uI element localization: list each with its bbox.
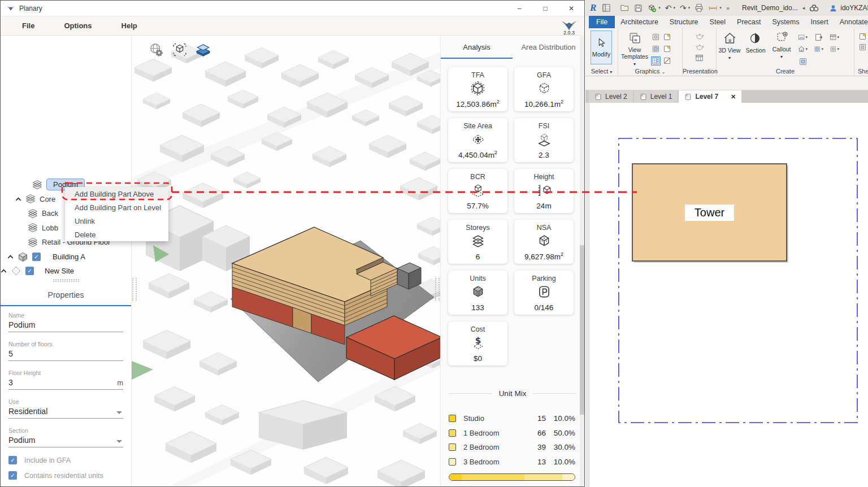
menu-item-add-building-part-on-level[interactable]: Add Building Part on Level xyxy=(65,201,168,214)
panel-scrollbar[interactable] xyxy=(580,36,584,486)
site-area-icon xyxy=(471,132,485,147)
user-account[interactable]: idoYKZAL xyxy=(829,4,868,12)
viewport-resize-handle[interactable] xyxy=(435,278,440,301)
measure-icon[interactable]: ▾ xyxy=(708,4,722,12)
visibility-checkbox[interactable] xyxy=(25,267,34,275)
tab-area-distribution[interactable]: Area Distribution xyxy=(513,36,584,59)
section-button[interactable]: Section xyxy=(743,28,769,67)
sheet-icon[interactable] xyxy=(814,33,823,42)
metric-value: 9,627.98m2 xyxy=(524,251,563,261)
tree-item-building-a[interactable]: Building A xyxy=(1,250,131,264)
close-tab-icon[interactable]: ✕ xyxy=(731,93,736,101)
menu-item-unlink[interactable]: Unlink xyxy=(65,214,168,228)
render-icon[interactable] xyxy=(695,32,704,41)
visibility-graphics-icon[interactable] xyxy=(651,56,661,66)
menu-item-delete[interactable]: Delete xyxy=(65,228,168,241)
search-icon[interactable] xyxy=(809,3,819,13)
view-tab-level-2[interactable]: Level 2 xyxy=(589,90,633,103)
legends-icon[interactable]: ▾ xyxy=(830,45,839,54)
tfa-cube-icon xyxy=(470,81,485,97)
plan-views-icon[interactable]: ▾ xyxy=(798,45,808,54)
tree-item-new-site[interactable]: New Site xyxy=(1,264,131,279)
menu-help[interactable]: Help xyxy=(118,19,141,32)
minimize-button[interactable]: – xyxy=(506,1,532,16)
render-cloud-icon[interactable] xyxy=(695,42,704,51)
close-button[interactable]: ✕ xyxy=(558,1,584,16)
callout-button[interactable]: Callout▾ xyxy=(769,28,795,67)
properties-qat-icon[interactable] xyxy=(602,3,611,12)
metrics-grid: TFA 12,503.86m2 GFA 10,266.1m2 Site Area… xyxy=(441,59,584,366)
menu-item-add-building-part-above[interactable]: Add Building Part Above xyxy=(65,187,168,201)
floors-input[interactable]: 5 xyxy=(8,349,123,361)
tab-architecture[interactable]: Architecture xyxy=(615,16,664,28)
visibility-checkbox[interactable] xyxy=(32,253,41,261)
cut-profile-icon[interactable] xyxy=(662,56,672,66)
section-dropdown[interactable]: Podium xyxy=(8,436,123,447)
qat-expand-icon[interactable]: » xyxy=(726,5,730,11)
unit-count: 15 xyxy=(530,414,546,423)
view-tab-level-1[interactable]: Level 1 xyxy=(634,90,678,103)
revit-titlebar: R ▾ ↶▾ ↷▾ ▾ » Revit_Demo_ido... ◂ idoYKZ… xyxy=(585,0,868,16)
tab-structure[interactable]: Structure xyxy=(664,16,704,28)
graphics-group-label[interactable]: Graphics ⌄ xyxy=(618,68,682,75)
tab-steel[interactable]: Steel xyxy=(704,16,732,28)
house-icon xyxy=(723,32,737,45)
panel-resize-handle[interactable] xyxy=(1,279,131,283)
fsi-icon xyxy=(537,132,552,147)
print-icon[interactable] xyxy=(695,3,704,12)
revision-icon[interactable] xyxy=(858,42,867,51)
isolate-icon[interactable] xyxy=(662,44,672,53)
temporary-hide-icon[interactable] xyxy=(651,44,661,53)
thin-lines-icon[interactable] xyxy=(651,32,661,41)
view-tab-level-7[interactable]: Level 7 ✕ xyxy=(679,90,741,103)
maximize-button[interactable]: □ xyxy=(532,1,558,16)
tab-analysis[interactable]: Analysis xyxy=(441,36,513,59)
presentation-group-label[interactable]: Presentation xyxy=(683,68,716,75)
tab-precast[interactable]: Precast xyxy=(731,16,766,28)
contains-residential-checkbox[interactable]: Contains residential units xyxy=(8,471,131,480)
menu-options[interactable]: Options xyxy=(60,19,95,32)
scope-box-icon[interactable] xyxy=(798,57,808,66)
schedules-icon[interactable]: ▾ xyxy=(830,33,839,42)
map-settings-icon[interactable] xyxy=(149,42,164,58)
metric-label: BCR xyxy=(470,173,485,181)
layers-view-icon[interactable] xyxy=(196,42,211,58)
title-block-icon[interactable] xyxy=(858,32,867,41)
create-group-label[interactable]: Create xyxy=(717,68,854,75)
duplicate-view-icon[interactable]: ▾ xyxy=(814,45,823,54)
show-hidden-icon[interactable] xyxy=(662,32,672,41)
include-in-gfa-checkbox[interactable]: Include in GFA xyxy=(8,456,131,464)
undo-icon[interactable]: ↶▾ xyxy=(665,3,675,12)
view-templates-button[interactable]: View Templates▾ xyxy=(618,28,651,67)
viewport-resize-handle[interactable] xyxy=(132,278,137,301)
collapse-icon[interactable]: ◂ xyxy=(802,5,805,11)
sync-icon[interactable]: ▾ xyxy=(647,3,661,13)
tab-systems[interactable]: Systems xyxy=(766,16,805,28)
unit-percent: 30.0% xyxy=(546,443,575,451)
use-dropdown[interactable]: Residential xyxy=(8,407,123,419)
drafting-view-icon[interactable]: ▾ xyxy=(798,33,808,42)
floor-height-input[interactable]: 3m xyxy=(8,378,123,390)
drawing-canvas[interactable]: Tower xyxy=(585,103,868,487)
ribbon: Modify Select ▾ View Templates▾ Graphics… xyxy=(585,28,868,76)
tab-insert[interactable]: Insert xyxy=(805,16,834,28)
zoom-extents-icon[interactable] xyxy=(172,42,187,57)
revit-logo-icon[interactable]: R xyxy=(590,2,596,14)
panel-tabs: Analysis Area Distribution xyxy=(441,36,584,59)
redo-icon[interactable]: ↷▾ xyxy=(680,3,690,12)
3d-view-button[interactable]: 3D View▾ xyxy=(717,28,743,67)
tab-annotate[interactable]: Annotate xyxy=(834,16,868,28)
modify-button[interactable]: Modify xyxy=(591,31,612,64)
render-gallery-icon[interactable] xyxy=(695,53,704,62)
save-icon[interactable] xyxy=(634,4,643,12)
open-icon[interactable] xyxy=(620,3,630,12)
tab-file[interactable]: File xyxy=(589,16,615,28)
field-number-of-floors: Number of floors 5 xyxy=(8,341,123,361)
ribbon-tabs: File Architecture Structure Steel Precas… xyxy=(585,16,868,28)
3d-viewport[interactable] xyxy=(132,36,440,486)
select-group-label[interactable]: Select ▾ xyxy=(585,68,618,75)
name-input[interactable]: Podium xyxy=(8,320,123,332)
tower-label[interactable]: Tower xyxy=(685,205,734,221)
scrollbar-thumb[interactable] xyxy=(580,245,584,415)
menu-file[interactable]: File xyxy=(19,19,38,32)
